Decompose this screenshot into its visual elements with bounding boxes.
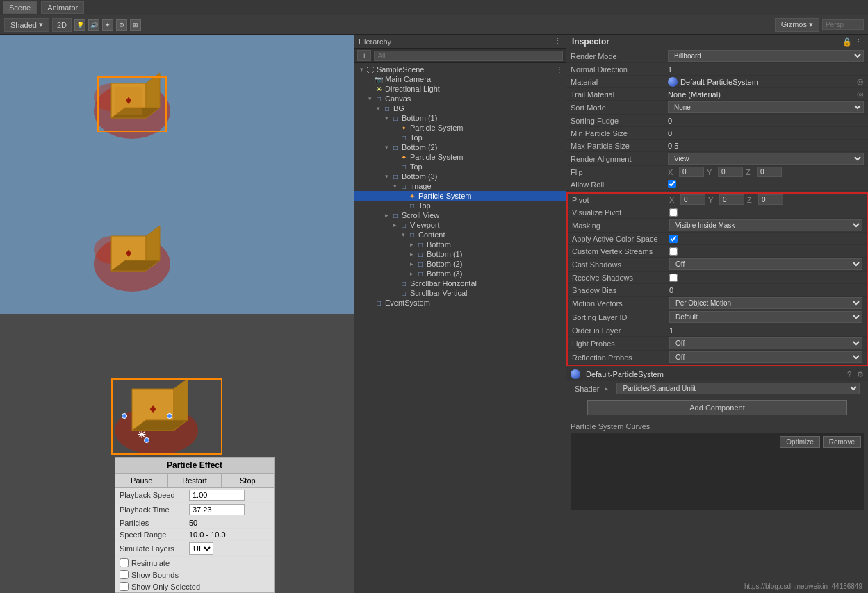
- applyactivecolorspace-checkbox[interactable]: [669, 235, 678, 243]
- audio-icon[interactable]: 🔊: [88, 19, 99, 31]
- hier-item-ps2[interactable]: ✦ Particle System: [354, 152, 566, 162]
- pivot-x-input[interactable]: [680, 194, 705, 205]
- hierarchy-menu-icon[interactable]: ⋮: [554, 37, 562, 46]
- label-receiveshadows: Receive Shadows: [572, 274, 669, 282]
- light-icon[interactable]: 💡: [74, 19, 85, 31]
- dropdown-renderalignment[interactable]: View: [668, 153, 864, 165]
- scene-settings-icon[interactable]: ⚙: [116, 19, 127, 31]
- trail-material-target-icon[interactable]: ◎: [857, 90, 864, 99]
- hier-item-top1[interactable]: □ Top: [354, 133, 566, 142]
- material-target-icon[interactable]: ◎: [857, 77, 864, 86]
- scene-panel: ♦ ♦: [0, 35, 354, 593]
- receiveshadows-checkbox[interactable]: [669, 274, 678, 282]
- value-renderalignment: View: [668, 153, 864, 165]
- flip-z-input[interactable]: [757, 167, 782, 177]
- allowroll-checkbox[interactable]: [668, 180, 676, 188]
- hier-item-samplescene[interactable]: ▾ ⛶ SampleScene ⋮: [354, 65, 566, 74]
- flip-z-label: Z: [746, 168, 754, 176]
- hier-item-bott-b3[interactable]: ▸ □ Bottom (3): [354, 269, 566, 278]
- scene-tab[interactable]: Scene: [3, 1, 37, 14]
- pause-button[interactable]: Pause: [115, 474, 168, 487]
- visualizepivot-checkbox[interactable]: [669, 208, 678, 217]
- resimulate-checkbox[interactable]: [120, 558, 129, 567]
- hierarchy-add-button[interactable]: +: [357, 50, 371, 61]
- hier-item-scrollv[interactable]: □ Scrollbar Vertical: [354, 288, 566, 298]
- row-normaldirection: Normal Direction 1: [566, 63, 868, 76]
- pivot-y-input[interactable]: [719, 194, 744, 205]
- show-only-selected-checkbox[interactable]: [120, 582, 129, 591]
- handle-2[interactable]: [167, 413, 172, 419]
- shaded-button[interactable]: Shaded ▾: [4, 18, 49, 32]
- remove-button[interactable]: Remove: [823, 436, 861, 448]
- hier-item-ps1[interactable]: ✦ Particle System: [354, 123, 566, 133]
- hier-item-maincamera[interactable]: 📷 Main Camera: [354, 74, 566, 84]
- inspector-menu-icon[interactable]: ⋮: [855, 37, 862, 47]
- hier-item-image[interactable]: ▾ □ Image: [354, 181, 566, 191]
- effects-icon[interactable]: ✦: [102, 19, 113, 31]
- transform-gizmo[interactable]: ✳: [138, 429, 146, 440]
- material-component-name: Default-ParticleSystem: [586, 370, 664, 378]
- flip-y-input[interactable]: [718, 167, 743, 177]
- hierarchy-search-input[interactable]: [374, 51, 563, 61]
- material-settings-icon[interactable]: ⚙: [857, 370, 864, 379]
- hier-item-viewport[interactable]: ▸ □ Viewport: [354, 220, 566, 230]
- hier-label-bg: BG: [393, 104, 404, 112]
- playback-time-input[interactable]: [189, 504, 245, 515]
- customvertexstreams-checkbox[interactable]: [669, 247, 678, 256]
- hier-item-top2[interactable]: □ Top: [354, 162, 566, 172]
- hier-item-bottom2[interactable]: ▾ □ Bottom (2): [354, 142, 566, 152]
- dropdown-rendermode[interactable]: Billboard: [668, 50, 864, 62]
- dropdown-reflectionprobes[interactable]: Off: [669, 351, 862, 363]
- shader-expand-icon[interactable]: ▸: [605, 385, 608, 392]
- show-only-selected-label: Show Only Selected: [131, 583, 200, 591]
- hier-item-bottom1[interactable]: ▾ □ Bottom (1): [354, 113, 566, 123]
- show-bounds-checkbox[interactable]: [120, 570, 129, 579]
- hier-item-bott-a[interactable]: ▸ □ Bottom: [354, 240, 566, 249]
- simulate-layers-dropdown[interactable]: UI: [189, 542, 213, 555]
- hier-item-top3[interactable]: □ Top: [354, 201, 566, 210]
- search-input[interactable]: [822, 19, 864, 30]
- hier-item-ps3[interactable]: ✦ Particle System: [354, 191, 566, 201]
- hier-label-dirlight: Directional Light: [385, 85, 440, 93]
- hier-item-eventsys[interactable]: □ EventSystem: [354, 298, 566, 308]
- hier-item-bott-b2[interactable]: ▸ □ Bottom (2): [354, 259, 566, 269]
- overlay-icon[interactable]: ⊞: [130, 19, 141, 31]
- row-sortinglayerid: Sorting Layer ID Default: [568, 310, 867, 324]
- inspector-lock-icon[interactable]: 🔒: [842, 37, 852, 47]
- optimize-button[interactable]: Optimize: [780, 436, 819, 448]
- dropdown-masking[interactable]: Visible Inside Mask: [669, 219, 862, 231]
- twod-button[interactable]: 2D: [52, 18, 72, 32]
- hier-arrow-bott-b1: ▸: [407, 251, 416, 258]
- gizmos-button[interactable]: Gizmos ▾: [775, 18, 819, 32]
- hier-item-scrollh[interactable]: □ Scrollbar Horizontal: [354, 278, 566, 288]
- dropdown-motionvectors[interactable]: Per Object Motion: [669, 297, 862, 309]
- cube-group-3[interactable]: ♦ ✳: [108, 375, 205, 460]
- dropdown-sortinglayerid[interactable]: Default: [669, 311, 862, 323]
- playback-speed-input[interactable]: [189, 490, 245, 501]
- animator-tab[interactable]: Animator: [41, 1, 84, 14]
- value-flip: X Y Z: [668, 167, 864, 177]
- dropdown-castshadows[interactable]: Off: [669, 258, 862, 270]
- hier-item-canvas[interactable]: ▾ □ Canvas: [354, 94, 566, 103]
- hier-item-bottom3[interactable]: ▾ □ Bottom (3): [354, 172, 566, 181]
- restart-button[interactable]: Restart: [168, 474, 221, 487]
- hier-item-scrollview[interactable]: ▸ □ Scroll View: [354, 210, 566, 220]
- dropdown-sortmode[interactable]: None: [668, 101, 864, 113]
- shader-dropdown[interactable]: Particles/Standard Unlit: [616, 383, 860, 394]
- samplescene-menu[interactable]: ⋮: [556, 66, 563, 74]
- add-component-button[interactable]: Add Component: [587, 400, 847, 415]
- material-help-icon[interactable]: ?: [847, 370, 851, 378]
- handle-1[interactable]: [122, 413, 127, 419]
- flip-x-input[interactable]: [679, 167, 704, 177]
- dropdown-lightprobes[interactable]: Off: [669, 337, 862, 349]
- show-only-selected-row: Show Only Selected: [115, 581, 274, 592]
- shader-label: Shader: [575, 385, 599, 393]
- hier-arrow-bott-a: ▸: [407, 241, 416, 248]
- red-section: Pivot X Y Z Visualize Pivot Masking: [566, 192, 868, 366]
- hier-item-bott-b1[interactable]: ▸ □ Bottom (1): [354, 249, 566, 259]
- hier-item-content[interactable]: ▾ □ Content: [354, 230, 566, 240]
- hier-item-bg[interactable]: ▾ □ BG: [354, 103, 566, 113]
- pivot-z-input[interactable]: [758, 194, 783, 205]
- stop-button[interactable]: Stop: [222, 474, 274, 487]
- hier-item-dirlight[interactable]: ☀ Directional Light: [354, 84, 566, 94]
